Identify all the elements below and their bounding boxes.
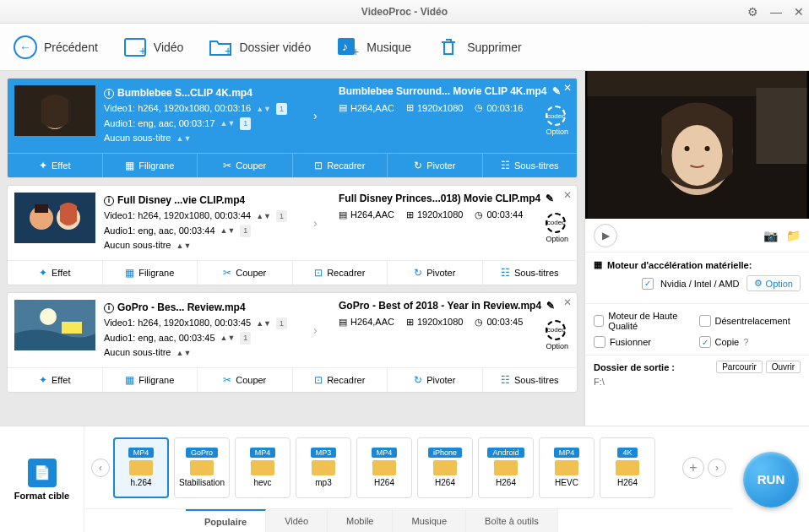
watermark-button[interactable]: ▦Filigrane: [103, 154, 198, 177]
copy-checkbox[interactable]: ✓: [699, 336, 711, 348]
open-folder-icon[interactable]: 📁: [786, 229, 801, 242]
track-selector-icon[interactable]: ▲▼: [220, 225, 236, 236]
codec-option-button[interactable]: codec Option: [546, 320, 568, 350]
minimize-icon[interactable]: —: [770, 5, 782, 19]
format-preset[interactable]: iPhone H264: [417, 437, 473, 498]
output-resolution: 1920x1080: [417, 209, 463, 220]
format-tab[interactable]: Mobile: [328, 509, 393, 532]
format-deco-icon: [251, 460, 274, 475]
format-next-button[interactable]: ›: [708, 459, 726, 477]
format-deco-icon: [616, 460, 639, 475]
track-selector-icon[interactable]: ▲▼: [220, 332, 236, 344]
format-tab[interactable]: Musique: [393, 509, 466, 532]
subtitle-icon: ☷: [501, 267, 510, 279]
track-selector-icon[interactable]: ▲▼: [256, 103, 271, 115]
rotate-button[interactable]: ↻Pivoter: [388, 154, 483, 177]
svg-point-17: [672, 125, 723, 186]
format-preset[interactable]: MP3 mp3: [296, 437, 351, 498]
play-button[interactable]: ▶: [594, 224, 617, 247]
cut-button[interactable]: ✂Couper: [198, 261, 293, 285]
format-preset[interactable]: MP4 h.264: [113, 437, 169, 498]
format-preset[interactable]: MP4 HEVC: [539, 437, 595, 498]
gpu-label: Nvidia / Intel / AMD: [660, 279, 740, 289]
format-prev-button[interactable]: ‹: [91, 459, 110, 477]
track-selector-icon[interactable]: ▲▼: [220, 117, 236, 129]
track-selector-icon[interactable]: ▲▼: [176, 347, 191, 359]
format-list: ‹ MP4 h.264 GoPro Stabilisation MP4 hevc…: [84, 426, 733, 508]
crop-button[interactable]: ⊡Recadrer: [293, 368, 388, 392]
format-preset[interactable]: 4K H264: [600, 437, 655, 498]
add-folder-button[interactable]: + Dossier vidéo: [209, 35, 311, 59]
track-selector-icon[interactable]: ▲▼: [176, 240, 191, 252]
video-item[interactable]: ✕ iBumblebee S...CLIP 4K.mp4 Video1: h26…: [7, 78, 578, 178]
subtitle-button[interactable]: ☷Sous-titres: [483, 368, 578, 392]
hwaccel-option-button[interactable]: ⚙Option: [747, 275, 801, 291]
add-music-button[interactable]: ♪+ Musique: [336, 35, 411, 59]
video-thumbnail: [14, 300, 95, 350]
video-item[interactable]: ✕ iFull Disney ...vie CLIP.mp4 Video1: h…: [7, 185, 578, 285]
video-item[interactable]: ✕ iGoPro - Bes... Review.mp4 Video1: h26…: [7, 292, 578, 393]
subtitle-button[interactable]: ☷Sous-titres: [483, 154, 578, 177]
format-preset[interactable]: MP4 H264: [356, 437, 412, 498]
format-sub-label: Stabilisation: [179, 478, 225, 487]
deinterlace-checkbox[interactable]: [699, 315, 711, 327]
run-button[interactable]: RUN: [743, 452, 799, 508]
video-icon: +: [123, 35, 147, 59]
effect-button[interactable]: ✦Effet: [8, 154, 103, 177]
close-icon[interactable]: ✕: [794, 5, 804, 19]
format-badge: MP4: [250, 448, 276, 458]
watermark-button[interactable]: ▦Filigrane: [103, 368, 198, 392]
effect-button[interactable]: ✦Effet: [8, 368, 103, 392]
browse-button[interactable]: Parcourir: [716, 361, 763, 373]
delete-button[interactable]: Supprimer: [437, 35, 522, 59]
crop-button[interactable]: ⊡Recadrer: [293, 154, 388, 177]
gpu-checkbox[interactable]: ✓: [642, 278, 654, 290]
format-add-button[interactable]: +: [682, 457, 704, 479]
info-icon[interactable]: i: [104, 196, 114, 206]
format-preset[interactable]: MP4 hevc: [235, 437, 290, 498]
crop-button[interactable]: ⊡Recadrer: [293, 261, 388, 285]
track-selector-icon[interactable]: ▲▼: [256, 210, 271, 222]
info-icon[interactable]: i: [104, 303, 114, 313]
hq-checkbox[interactable]: [594, 315, 604, 327]
format-tab[interactable]: Boîte à outils: [466, 509, 558, 532]
settings-icon[interactable]: ⚙: [747, 5, 758, 19]
output-title: Full Disney Princes...018) Movie CLIP.mp…: [339, 193, 540, 204]
track-selector-icon[interactable]: ▲▼: [256, 318, 271, 329]
codec-option-button[interactable]: codec Option: [546, 106, 568, 136]
codec-option-button[interactable]: codec Option: [546, 213, 568, 243]
effect-button[interactable]: ✦Effet: [8, 261, 103, 285]
format-tab[interactable]: Populaire: [186, 509, 266, 532]
help-icon[interactable]: ?: [743, 337, 748, 347]
cut-button[interactable]: ✂Couper: [198, 154, 293, 177]
codec-icon: ▤: [339, 317, 347, 328]
video-stream-info: Video1: h264, 1920x1080, 00:03:16: [104, 101, 251, 117]
rotate-button[interactable]: ↻Pivoter: [388, 368, 483, 392]
format-badge: GoPro: [186, 448, 218, 458]
output-codec: H264,AAC: [350, 317, 394, 327]
merge-checkbox[interactable]: [594, 336, 605, 348]
codec-option-label: Option: [546, 342, 568, 350]
folder-icon: +: [209, 35, 232, 59]
open-button[interactable]: Ouvrir: [766, 361, 801, 373]
edit-name-icon[interactable]: ✎: [552, 85, 561, 97]
edit-name-icon[interactable]: ✎: [546, 193, 554, 204]
format-badge: Android: [487, 448, 524, 458]
info-icon[interactable]: i: [104, 89, 114, 99]
watermark-button[interactable]: ▦Filigrane: [103, 261, 198, 285]
track-selector-icon[interactable]: ▲▼: [176, 133, 191, 144]
format-preset[interactable]: GoPro Stabilisation: [174, 437, 230, 498]
snapshot-icon[interactable]: 📷: [763, 229, 778, 242]
deinterlace-label: Désentrelacement: [715, 316, 790, 326]
edit-name-icon[interactable]: ✎: [546, 300, 555, 312]
format-preset[interactable]: Android H264: [478, 437, 534, 498]
subtitle-icon: ☷: [501, 374, 510, 386]
output-folder-section: Dossier de sortie : Parcourir Ouvrir F:\: [585, 355, 809, 392]
rotate-button[interactable]: ↻Pivoter: [388, 261, 483, 285]
add-video-button[interactable]: + Vidéo: [123, 35, 184, 59]
back-button[interactable]: ← Précédent: [14, 35, 98, 59]
format-tab[interactable]: Vidéo: [266, 509, 328, 532]
subtitle-button[interactable]: ☷Sous-titres: [483, 261, 578, 285]
merge-label: Fusionner: [610, 337, 651, 347]
cut-button[interactable]: ✂Couper: [198, 368, 293, 392]
